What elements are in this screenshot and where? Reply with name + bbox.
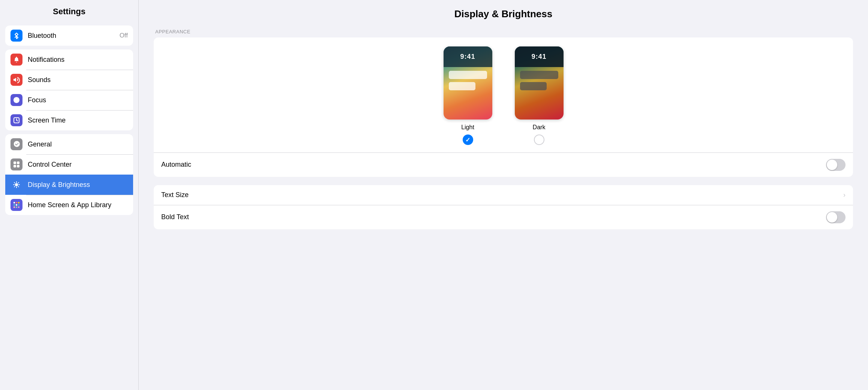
boldtext-toggle[interactable]	[826, 211, 846, 223]
notifications-label: Notifications	[28, 56, 128, 64]
bluetooth-icon	[10, 30, 22, 42]
sounds-label: Sounds	[28, 76, 128, 84]
sidebar-item-sounds[interactable]: Sounds	[5, 70, 133, 90]
svg-point-5	[15, 183, 18, 186]
screentime-label: Screen Time	[28, 117, 128, 124]
notif-bar-2	[449, 82, 475, 90]
textsize-row[interactable]: Text Size ›	[154, 185, 853, 205]
svg-line-11	[18, 187, 19, 187]
svg-rect-16	[18, 202, 19, 203]
svg-rect-1	[13, 161, 16, 164]
boldtext-toggle-knob	[827, 212, 837, 223]
controlcenter-label: Control Center	[28, 161, 128, 169]
appearance-section: 9:41 Light	[154, 37, 853, 152]
sidebar-item-display[interactable]: Display & Brightness	[5, 175, 133, 195]
sidebar-item-homescreen[interactable]: Home Screen & App Library	[5, 195, 133, 215]
sidebar-item-general[interactable]: General	[5, 134, 133, 154]
sounds-icon	[10, 74, 22, 86]
display-label: Display & Brightness	[28, 181, 128, 189]
phone-timebar-dark: 9:41	[515, 46, 564, 67]
general-icon	[10, 138, 22, 150]
main-header: Display & Brightness	[139, 0, 868, 25]
svg-rect-20	[13, 206, 15, 208]
notifications-group: Notifications Sounds Focus	[5, 49, 133, 130]
sidebar-content: Bluetooth Off Notifications	[0, 22, 138, 219]
sidebar-item-bluetooth[interactable]: Bluetooth Off	[5, 25, 133, 46]
sidebar: Settings Bluetooth Off	[0, 0, 139, 390]
bluetooth-value: Off	[120, 32, 128, 39]
automatic-row: Automatic	[154, 153, 853, 177]
appearance-label-dark: Dark	[533, 124, 546, 131]
phone-preview-light: 9:41	[444, 46, 492, 120]
main-content: Display & Brightness APPEARANCE 9:41	[139, 0, 868, 390]
general-group: General Control Center	[5, 134, 133, 215]
sidebar-item-focus[interactable]: Focus	[5, 90, 133, 110]
sidebar-item-controlcenter[interactable]: Control Center	[5, 154, 133, 175]
display-card: Text Size › Bold Text	[154, 185, 853, 229]
automatic-toggle[interactable]	[826, 159, 846, 171]
svg-rect-18	[16, 204, 17, 206]
svg-rect-21	[16, 206, 17, 208]
automatic-toggle-knob	[827, 160, 837, 170]
svg-rect-17	[13, 204, 15, 206]
main-body: APPEARANCE 9:41	[139, 25, 868, 249]
sidebar-title: Settings	[7, 7, 131, 16]
radio-dark[interactable]	[534, 134, 544, 145]
textsize-label: Text Size	[161, 191, 843, 199]
sidebar-item-notifications[interactable]: Notifications	[5, 49, 133, 70]
svg-rect-3	[13, 165, 16, 167]
boldtext-label: Bold Text	[161, 213, 826, 221]
svg-line-13	[14, 187, 15, 187]
phone-time-light: 9:41	[460, 53, 475, 61]
bluetooth-label: Bluetooth	[28, 32, 120, 40]
notif-bar-dark-2	[520, 82, 547, 90]
homescreen-icon	[10, 199, 22, 211]
focus-icon	[10, 94, 22, 106]
svg-rect-2	[17, 161, 19, 164]
svg-line-10	[14, 182, 15, 183]
display-icon	[10, 179, 22, 191]
phone-timebar-light: 9:41	[444, 46, 492, 67]
svg-rect-22	[18, 206, 19, 208]
phone-preview-dark: 9:41	[515, 46, 564, 120]
boldtext-row: Bold Text	[154, 205, 853, 229]
svg-rect-15	[16, 202, 17, 203]
sidebar-header: Settings	[0, 0, 138, 22]
sidebar-item-screentime[interactable]: Screen Time	[5, 110, 133, 130]
appearance-card: 9:41 Light	[154, 37, 853, 177]
notif-bar-1	[449, 71, 487, 79]
bluetooth-group: Bluetooth Off	[5, 25, 133, 46]
appearance-label-light: Light	[461, 124, 474, 131]
svg-line-12	[18, 182, 19, 183]
homescreen-label: Home Screen & App Library	[28, 201, 128, 209]
phone-time-dark: 9:41	[531, 53, 546, 61]
main-title: Display & Brightness	[154, 8, 853, 20]
general-label: General	[28, 140, 128, 148]
svg-rect-19	[18, 204, 19, 206]
phone-notifs-dark	[520, 71, 558, 90]
radio-light[interactable]	[463, 134, 473, 145]
appearance-section-label: APPEARANCE	[154, 29, 853, 34]
focus-label: Focus	[28, 96, 128, 104]
svg-rect-4	[17, 165, 19, 167]
notif-bar-dark-1	[520, 71, 558, 79]
appearance-option-light[interactable]: 9:41 Light	[444, 46, 492, 145]
notifications-icon	[10, 54, 22, 66]
textsize-chevron: ›	[843, 191, 846, 199]
appearance-option-dark[interactable]: 9:41 Dark	[515, 46, 564, 145]
appearance-options: 9:41 Light	[165, 46, 842, 145]
screentime-icon	[10, 114, 22, 126]
automatic-label: Automatic	[161, 161, 826, 169]
phone-notifs-light	[449, 71, 487, 90]
svg-rect-14	[13, 202, 15, 203]
controlcenter-icon	[10, 158, 22, 170]
